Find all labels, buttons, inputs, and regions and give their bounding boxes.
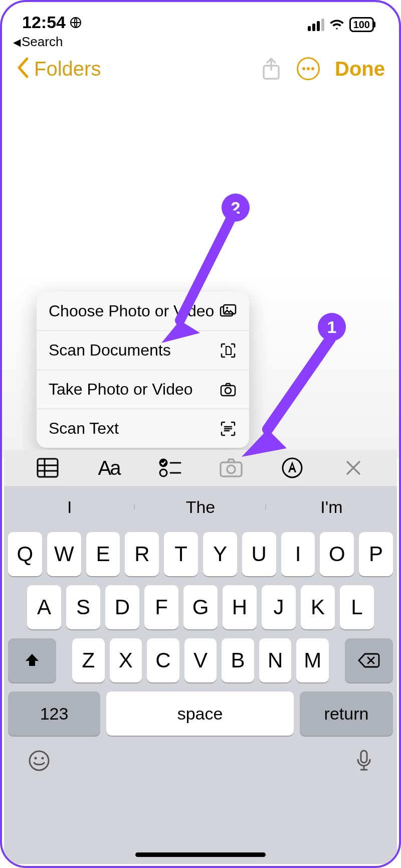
key-t[interactable]: T [164, 532, 198, 576]
menu-item-label: Scan Documents [49, 341, 171, 360]
predictive-text-bar: I The I'm [4, 486, 397, 528]
status-right: 100 [308, 17, 374, 32]
key-z[interactable]: Z [72, 638, 105, 682]
wifi-icon [329, 17, 344, 32]
prediction-1[interactable]: I [4, 497, 135, 517]
key-l[interactable]: L [340, 585, 374, 629]
key-return[interactable]: return [300, 691, 393, 736]
key-v[interactable]: V [184, 638, 217, 682]
key-y[interactable]: Y [203, 532, 237, 576]
svg-rect-19 [361, 751, 367, 763]
table-button[interactable] [36, 456, 60, 480]
dictation-button[interactable] [355, 749, 373, 773]
key-a[interactable]: A [27, 585, 61, 629]
svg-rect-13 [221, 462, 242, 476]
annotation-badge-1: 1 [318, 313, 346, 341]
key-backspace[interactable] [345, 638, 393, 682]
key-shift[interactable] [8, 638, 56, 682]
key-m[interactable]: M [296, 638, 329, 682]
key-o[interactable]: O [320, 532, 354, 576]
key-g[interactable]: G [183, 585, 218, 629]
markup-button[interactable] [280, 456, 304, 480]
more-button[interactable] [297, 57, 320, 80]
svg-point-2 [302, 67, 305, 70]
navigation-bar: Folders Done [2, 50, 399, 87]
svg-point-4 [311, 67, 314, 70]
back-button[interactable]: Folders [16, 58, 101, 80]
key-q[interactable]: Q [8, 532, 42, 576]
key-w[interactable]: W [47, 532, 81, 576]
menu-item-scan-text[interactable]: Scan Text [37, 409, 249, 448]
prediction-2[interactable]: The [135, 497, 266, 517]
camera-icon [219, 381, 237, 399]
status-bar: 12:54 100 [2, 2, 399, 32]
key-x[interactable]: X [110, 638, 142, 682]
key-n[interactable]: N [259, 638, 292, 682]
menu-item-choose-photo[interactable]: Choose Photo or Video [37, 292, 249, 331]
menu-item-take-photo[interactable]: Take Photo or Video [37, 370, 249, 409]
key-e[interactable]: E [86, 532, 120, 576]
chevron-left-icon [16, 57, 30, 79]
photos-icon [219, 302, 237, 320]
annotation-badge-2: 2 [222, 194, 250, 222]
svg-point-16 [30, 751, 49, 770]
scan-document-icon [219, 341, 237, 360]
menu-item-scan-documents[interactable]: Scan Documents [37, 331, 249, 370]
location-icon [70, 17, 82, 29]
camera-button[interactable] [219, 456, 243, 480]
checklist-button[interactable] [158, 456, 182, 480]
key-numbers[interactable]: 123 [8, 691, 100, 736]
menu-item-label: Choose Photo or Video [49, 302, 214, 320]
caret-left-icon: ◀ [13, 36, 21, 48]
key-c[interactable]: C [147, 638, 179, 682]
emoji-button[interactable] [28, 750, 50, 772]
svg-point-12 [160, 469, 167, 476]
home-indicator[interactable] [135, 852, 266, 857]
camera-context-menu: Choose Photo or Video Scan Documents Tak… [37, 292, 249, 448]
menu-item-label: Take Photo or Video [49, 380, 193, 399]
key-j[interactable]: J [262, 585, 296, 629]
svg-point-3 [307, 67, 310, 70]
key-h[interactable]: H [223, 585, 257, 629]
share-button[interactable] [261, 57, 282, 81]
key-b[interactable]: B [222, 638, 254, 682]
key-f[interactable]: F [144, 585, 178, 629]
done-button[interactable]: Done [335, 58, 385, 80]
svg-rect-10 [38, 459, 58, 477]
key-space[interactable]: space [106, 691, 294, 736]
svg-point-9 [225, 388, 231, 394]
prediction-3[interactable]: I'm [266, 497, 397, 517]
key-p[interactable]: P [359, 532, 393, 576]
key-d[interactable]: D [105, 585, 139, 629]
key-s[interactable]: S [66, 585, 100, 629]
keyboard: Q W E R T Y U I O P A S D F G H J K L Z … [4, 526, 397, 864]
close-toolbar-button[interactable] [341, 456, 365, 480]
svg-point-7 [226, 307, 228, 309]
cellular-signal-icon [308, 19, 324, 31]
status-clock: 12:54 [22, 13, 66, 32]
key-u[interactable]: U [242, 532, 276, 576]
svg-point-17 [35, 757, 37, 760]
scan-text-icon [219, 420, 237, 438]
svg-point-14 [227, 465, 235, 473]
svg-point-18 [42, 757, 44, 760]
status-time: 12:54 [22, 13, 82, 32]
key-i[interactable]: I [281, 532, 315, 576]
battery-indicator: 100 [349, 17, 374, 32]
breadcrumb[interactable]: ◀ Search [2, 32, 399, 50]
key-k[interactable]: K [301, 585, 335, 629]
key-r[interactable]: R [125, 532, 159, 576]
format-toolbar: Aa [4, 450, 397, 486]
menu-item-label: Scan Text [49, 419, 119, 438]
text-format-button[interactable]: Aa [97, 456, 121, 480]
back-label: Folders [34, 58, 101, 80]
breadcrumb-label: Search [22, 34, 63, 50]
